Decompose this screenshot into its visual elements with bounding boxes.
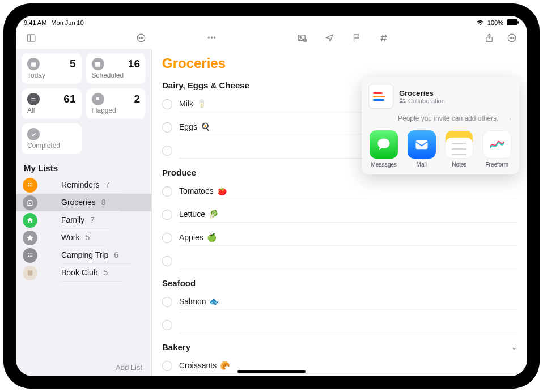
list-icon [23, 248, 37, 263]
svg-point-9 [300, 36, 301, 37]
all-icon [27, 93, 40, 105]
sidebar: 5 Today 16 Scheduled 6 [16, 49, 152, 376]
share-app-label: Messages [371, 161, 397, 168]
section-title-text: Bakery [162, 342, 190, 352]
hashtag-icon[interactable] [376, 31, 391, 45]
share-app-freeform[interactable]: Freeform [481, 130, 514, 168]
share-icon[interactable] [482, 31, 497, 45]
list-count: 5 [85, 233, 96, 242]
list-name: Work [61, 233, 79, 242]
home-indicator[interactable] [237, 370, 306, 373]
screen: 9:41 AM Mon Jun 10 100% [16, 16, 527, 376]
complete-toggle[interactable] [162, 122, 172, 133]
svg-point-33 [400, 98, 402, 100]
share-title: Groceries [399, 89, 512, 97]
today-icon [27, 58, 40, 70]
share-invite-button[interactable]: People you invite can add others. › [367, 113, 514, 130]
list-icon [23, 195, 37, 210]
list-icon [23, 231, 37, 245]
item-emoji: 🥬 [209, 210, 218, 219]
svg-rect-2 [27, 35, 35, 41]
photo-add-icon[interactable] [295, 31, 309, 45]
people-icon [399, 97, 406, 104]
section-title-text: Produce [162, 168, 196, 177]
sidebar-list-work[interactable]: Work5 [16, 229, 151, 246]
completed-icon [27, 128, 40, 140]
share-app-label: Mail [417, 161, 427, 168]
share-subtitle: Collaboration [408, 97, 445, 104]
sidebar-list-book-club[interactable]: Book Club5 [16, 264, 151, 282]
smartlist-card-scheduled[interactable]: 16 Scheduled [86, 53, 146, 84]
multitask-indicator-icon[interactable]: ••• [207, 34, 217, 42]
list-name: Book Club [61, 268, 98, 277]
share-app-notes[interactable]: Notes [443, 130, 476, 168]
share-app-messages[interactable]: Messages [367, 130, 401, 168]
sidebar-list-groceries[interactable]: Groceries8 [16, 194, 151, 211]
list-title: Groceries [152, 49, 527, 75]
svg-rect-1 [517, 21, 519, 24]
item-emoji: 🐟 [209, 297, 219, 306]
item-text: Milk [179, 99, 193, 108]
item-text: Lettuce [179, 210, 205, 219]
section-header[interactable]: Seafood [152, 272, 527, 290]
scheduled-count: 16 [128, 58, 140, 70]
smartlist-card-flagged[interactable]: 2 Flagged [86, 88, 146, 119]
list-count: 8 [101, 198, 113, 207]
item-text: Croissants [179, 361, 217, 370]
list-name: Groceries [61, 198, 96, 207]
complete-toggle[interactable] [162, 186, 172, 197]
send-icon[interactable] [322, 31, 337, 45]
complete-toggle[interactable] [162, 256, 172, 266]
reminder-item[interactable]: Apples🍏 [152, 226, 527, 249]
completed-label: Completed [27, 142, 76, 150]
svg-rect-0 [507, 19, 517, 25]
reminder-item[interactable]: Lettuce🥬 [152, 203, 527, 226]
status-bar: 9:41 AM Mon Jun 10 100% [16, 16, 527, 27]
reminder-item-empty[interactable] [152, 249, 527, 272]
section-header[interactable]: Bakery⌄ [152, 336, 527, 354]
reminder-item[interactable]: Salmon🐟 [152, 290, 527, 313]
svg-point-21 [513, 37, 514, 39]
item-emoji: 🥛 [197, 99, 206, 108]
share-app-mail[interactable]: Mail [405, 130, 439, 168]
smartlist-card-all[interactable]: 61 All [22, 88, 82, 119]
flag-icon[interactable] [349, 31, 364, 45]
chevron-down-icon[interactable]: ⌄ [511, 343, 517, 351]
svg-point-20 [511, 37, 512, 39]
flagged-label: Flagged [92, 106, 141, 114]
complete-toggle[interactable] [162, 320, 172, 330]
app-toolbar: ••• [16, 27, 527, 49]
reminder-item-empty[interactable] [152, 313, 527, 336]
scheduled-label: Scheduled [92, 71, 141, 79]
complete-toggle[interactable] [162, 99, 172, 109]
smartlist-card-today[interactable]: 5 Today [22, 53, 82, 84]
add-list-button[interactable]: Add List [16, 359, 151, 376]
sidebar-list-family[interactable]: Family7 [16, 211, 151, 229]
svg-point-5 [139, 37, 140, 39]
smartlist-card-completed[interactable]: Completed [22, 123, 82, 154]
ipad-device-frame: 9:41 AM Mon Jun 10 100% [3, 3, 540, 389]
svg-rect-23 [31, 62, 36, 63]
complete-toggle[interactable] [162, 297, 172, 307]
battery-percent: 100% [487, 19, 503, 26]
list-count: 6 [114, 250, 125, 259]
complete-toggle[interactable] [162, 233, 172, 243]
complete-toggle[interactable] [162, 146, 172, 156]
complete-toggle[interactable] [162, 210, 172, 220]
list-name: Family [61, 215, 84, 224]
sidebar-list-camping-trip[interactable]: Camping Trip6 [16, 246, 151, 264]
item-emoji: 🍏 [207, 233, 217, 242]
reminder-item[interactable]: Croissants🥐 [152, 354, 527, 376]
more-icon[interactable] [134, 31, 149, 45]
list-icon [23, 266, 37, 280]
list-name: Camping Trip [61, 250, 108, 259]
mylists-header: My Lists [16, 156, 151, 176]
sidebar-list-reminders[interactable]: Reminders7 [16, 176, 151, 194]
svg-point-34 [403, 99, 405, 100]
reminder-item[interactable]: Tomatoes🍅 [152, 180, 527, 203]
list-count: 5 [104, 268, 115, 277]
overflow-icon[interactable] [504, 31, 519, 45]
all-label: All [27, 106, 76, 114]
complete-toggle[interactable] [162, 361, 172, 371]
sidebar-toggle-icon[interactable] [24, 31, 39, 45]
